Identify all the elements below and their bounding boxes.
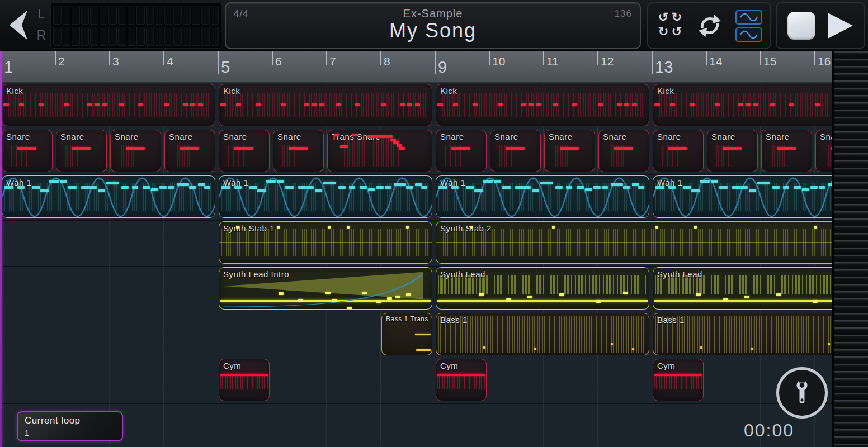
clip-synth-lead-intro[interactable]: Synth Lead Intro: [219, 267, 432, 310]
clip-note: [400, 183, 406, 186]
song-title-panel[interactable]: 4/4 Ex-Sample My Song 136: [225, 2, 641, 49]
clip-note: [234, 186, 242, 189]
clip-kick[interactable]: Kick: [2, 84, 215, 126]
clip-wah-1[interactable]: Wah 1: [2, 175, 215, 218]
waveform-button-bottom[interactable]: [735, 27, 762, 42]
tools-button[interactable]: [776, 367, 828, 419]
clip-snare[interactable]: Snare: [598, 130, 649, 172]
vu-segment: [183, 27, 191, 46]
clip-snare[interactable]: Snare: [707, 130, 758, 172]
clip-note: [470, 226, 473, 229]
loop-mode-button[interactable]: ↺ ↻ ↻ ↺: [656, 10, 684, 41]
ruler-bar-number: 10: [492, 55, 505, 68]
clip-label: Snare: [223, 132, 247, 141]
vu-segment: [100, 27, 108, 46]
clip-note: [746, 103, 751, 106]
clip-note: [119, 103, 124, 106]
vertical-scroll-strip[interactable]: [832, 51, 868, 447]
clip-note: [711, 180, 718, 183]
clip-note: [415, 334, 431, 335]
clip-note: [777, 147, 796, 150]
clip-snare[interactable]: Snare: [490, 130, 541, 172]
wrench-icon: [786, 374, 818, 412]
vu-segment: [211, 27, 219, 46]
clip-snare[interactable]: Snare: [653, 130, 704, 172]
clip-note: [340, 145, 348, 148]
clip-snare[interactable]: Snare: [273, 130, 324, 172]
clip-note: [39, 103, 44, 106]
clip-wah-1[interactable]: Wah 1: [436, 175, 649, 218]
song-arranger-screen: L R 4/4 Ex-Sample My Song 136 ↺ ↻ ↻ ↺: [0, 0, 868, 447]
clip-label: Kick: [223, 86, 240, 96]
clip-note: [596, 300, 601, 303]
ruler-bar-tick: [272, 51, 273, 65]
vu-segment: [63, 27, 71, 46]
clip-note: [234, 147, 253, 150]
clip-kick[interactable]: Kick: [219, 84, 432, 126]
ruler-bar-number: 12: [601, 55, 614, 68]
clip-trans-snare[interactable]: Trans Snare: [327, 130, 432, 172]
clip-note: [623, 186, 630, 189]
vu-segment: [192, 6, 200, 25]
arrangement-grid[interactable]: KickKickKickKickSnareSnareSnareSnareSnar…: [0, 83, 868, 447]
vu-row-left: [53, 6, 219, 25]
clip-snare[interactable]: Snare: [56, 130, 107, 172]
back-button[interactable]: [2, 2, 35, 48]
clip-note: [32, 186, 40, 189]
clip-note: [312, 103, 317, 106]
clip-synth-stab-2[interactable]: Synth Stab 2: [436, 221, 866, 264]
clip-note: [559, 293, 564, 296]
clip-note: [719, 186, 728, 189]
clip-cym[interactable]: Cym: [436, 359, 487, 401]
clip-note: [566, 186, 572, 189]
clip-snare[interactable]: Snare: [164, 130, 215, 172]
clip-note: [72, 147, 91, 150]
clip-snare[interactable]: Snare: [2, 130, 53, 172]
clip-note: [387, 297, 392, 300]
clip-note: [602, 186, 608, 189]
clip-kick[interactable]: Kick: [436, 84, 649, 126]
clip-cym[interactable]: Cym: [653, 359, 704, 401]
clip-snare[interactable]: Snare: [436, 130, 487, 172]
mode-buttons-panel: ↺ ↻ ↻ ↺: [647, 2, 771, 49]
clip-bass-1[interactable]: Bass 1: [436, 313, 649, 355]
clip-note: [593, 186, 601, 189]
clip-label: Snare: [115, 132, 139, 141]
clip-note: [89, 186, 97, 189]
clip-note: [506, 298, 511, 301]
clip-note: [19, 103, 24, 106]
clip-snare[interactable]: Snare: [219, 130, 270, 172]
clip-snare[interactable]: Snare: [544, 130, 595, 172]
clip-snare[interactable]: Snare: [761, 130, 812, 172]
clip-note: [277, 180, 284, 183]
waveform-button-top[interactable]: [735, 10, 762, 25]
clip-note: [828, 343, 830, 345]
current-loop-box[interactable]: Current loop 1: [17, 411, 123, 441]
clip-note: [349, 186, 355, 189]
clip-note: [668, 186, 676, 189]
stop-button[interactable]: [787, 12, 815, 40]
clip-note: [451, 147, 470, 150]
timeline-ruler[interactable]: 12345678910111213141516: [0, 51, 868, 83]
clip-note: [638, 186, 644, 189]
clip-cym[interactable]: Cym: [219, 359, 270, 401]
clip-label: Cym: [440, 361, 458, 370]
clip-note: [534, 348, 536, 350]
clip-label: Synth Lead: [657, 269, 702, 279]
repeat-button[interactable]: [697, 13, 723, 39]
clip-label: Snare: [549, 132, 573, 141]
clip-wah-1[interactable]: Wah 1: [219, 175, 432, 218]
clip-label: Snare: [766, 132, 790, 141]
clip-snare[interactable]: Snare: [110, 130, 161, 172]
clip-note: [751, 348, 753, 350]
clip-note: [415, 183, 422, 186]
clip-synth-lead[interactable]: Synth Lead: [436, 267, 649, 310]
clip-note: [236, 103, 241, 106]
loop-arrow-icon: ↻: [657, 25, 670, 39]
vu-segment: [164, 6, 173, 25]
clip-synth-stab-1[interactable]: Synth Stab 1: [219, 221, 432, 264]
play-button[interactable]: [827, 11, 853, 40]
vu-segment: [72, 6, 80, 25]
loop-arrow-icon: ↻: [670, 10, 683, 25]
clip-bass-1-trans[interactable]: Bass 1 Trans: [381, 313, 432, 355]
